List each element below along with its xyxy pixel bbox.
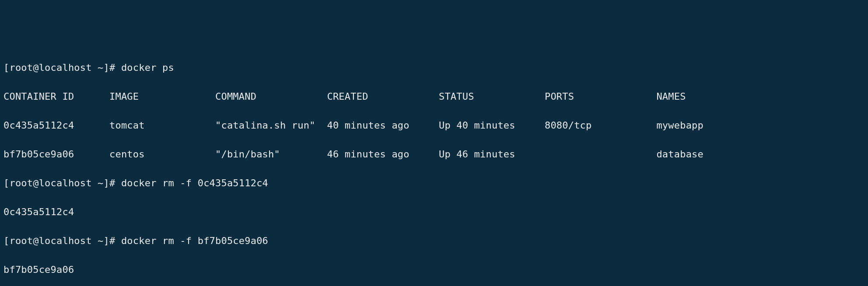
cmd-line-docker-rm-1[interactable]: [root@localhost ~]# docker rm -f 0c435a5… [4, 176, 864, 190]
cmd-line-docker-rm-2[interactable]: [root@localhost ~]# docker rm -f bf7b05c… [4, 234, 864, 248]
rm1-output: 0c435a5112c4 [4, 205, 864, 219]
cmd-line-docker-ps-1[interactable]: [root@localhost ~]# docker ps [4, 60, 864, 75]
rm2-output: bf7b05ce9a06 [4, 262, 864, 277]
ps1-header: CONTAINER ID IMAGE COMMAND CREATED STATU… [4, 89, 864, 104]
ps1-row: bf7b05ce9a06 centos "/bin/bash" 46 minut… [4, 147, 864, 161]
ps1-row: 0c435a5112c4 tomcat "catalina.sh run" 40… [4, 118, 864, 133]
